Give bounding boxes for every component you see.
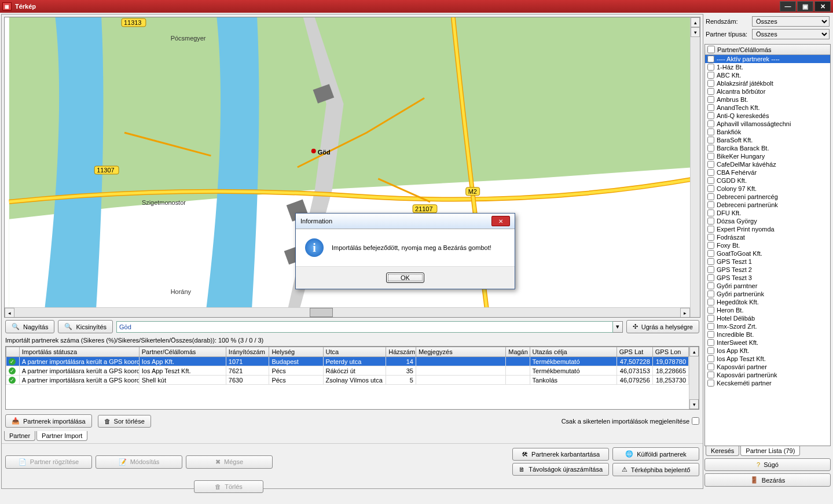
table-row[interactable]: ✓A partner importálásra került a GPS koo…: [6, 366, 689, 376]
grid-header[interactable]: Utazás célja: [530, 347, 617, 357]
partner-checkbox[interactable]: [707, 234, 714, 241]
partner-checkbox[interactable]: [707, 266, 714, 273]
partner-list-item[interactable]: GoatToGoat Kft.: [705, 249, 830, 257]
partner-checkbox[interactable]: [707, 104, 714, 111]
maintain-partners-button[interactable]: 🛠Partnerek karbantartása: [512, 448, 609, 461]
partner-checkbox[interactable]: [707, 120, 714, 127]
close-window-button[interactable]: ✕: [814, 1, 831, 12]
grid-header[interactable]: [6, 347, 20, 357]
partner-checkbox[interactable]: [707, 218, 714, 225]
dialog-close-button[interactable]: ✕: [491, 216, 510, 226]
partner-list-item[interactable]: Expert Print nyomda: [705, 225, 830, 233]
grid-header[interactable]: Utca: [323, 347, 386, 357]
report-map-error-button[interactable]: ⚠Térképhiba bejelentő: [612, 463, 699, 476]
recalc-distances-button[interactable]: 🗎Távolságok újraszámítása: [512, 463, 609, 476]
minimize-button[interactable]: —: [780, 1, 796, 12]
partner-checkbox[interactable]: [707, 72, 714, 79]
table-row[interactable]: ✓A partner importálásra került a GPS koo…: [6, 357, 689, 366]
partner-checkbox[interactable]: [707, 380, 714, 387]
dialog-ok-button[interactable]: OK: [386, 273, 424, 283]
zoom-out-button[interactable]: 🔍 Kicsinyítés: [58, 320, 113, 333]
partner-list-item[interactable]: Ambrus Bt.: [705, 95, 830, 104]
import-partners-button[interactable]: 📥 Partnerek importálása: [5, 414, 92, 428]
partner-checkbox[interactable]: [707, 258, 714, 265]
partner-checkbox[interactable]: [707, 169, 714, 176]
partner-checkbox[interactable]: [707, 209, 714, 216]
partner-checkbox[interactable]: [707, 112, 714, 119]
partner-list-item[interactable]: Kaposvári partnerünk: [705, 371, 830, 379]
grid-scroll-down[interactable]: ▾: [689, 399, 699, 409]
hscroll-thumb[interactable]: [310, 308, 333, 317]
partner-list-item[interactable]: Hotel Délibáb: [705, 314, 830, 322]
partner-list-item[interactable]: Bankfiók: [705, 128, 830, 136]
partner-list-item[interactable]: Ablakzsiráf játékbolt: [705, 79, 830, 87]
maximize-button[interactable]: ▣: [797, 1, 813, 12]
partner-list-item[interactable]: BaraSoft Kft.: [705, 136, 830, 144]
partner-checkbox[interactable]: [707, 339, 714, 346]
partner-list-item[interactable]: ABC Kft.: [705, 71, 830, 79]
foreign-partners-button[interactable]: 🌐Külföldi partnerek: [612, 447, 699, 461]
map-vertical-scrollbar[interactable]: ▴ ▾: [690, 17, 700, 317]
partner-list-item[interactable]: Imx-Szord Zrt.: [705, 322, 830, 330]
partner-checkbox[interactable]: [707, 290, 714, 297]
location-search-input[interactable]: [116, 321, 613, 333]
partner-list-item[interactable]: Ios App Kft.: [705, 347, 830, 355]
partner-list-item[interactable]: 1-Ház Bt.: [705, 63, 830, 71]
partner-checkbox[interactable]: [707, 274, 714, 281]
grid-header[interactable]: Házszám: [386, 347, 416, 357]
partner-list-item[interactable]: Alcantra bőrbútor: [705, 87, 830, 95]
partner-list-item[interactable]: Aphavill villamosságtechni: [705, 120, 830, 128]
partner-checkbox[interactable]: [707, 242, 714, 249]
partner-list-item[interactable]: CGDD Kft.: [705, 176, 830, 185]
delete-row-button[interactable]: 🗑 Sor törlése: [98, 415, 151, 428]
zoom-in-button[interactable]: 🔍 Nagyítás: [5, 320, 54, 333]
partner-list-item[interactable]: Heron Bt.: [705, 306, 830, 314]
search-dropdown-button[interactable]: ▾: [613, 321, 623, 333]
partner-checkbox[interactable]: [707, 226, 714, 233]
partner-checkbox[interactable]: [707, 323, 714, 330]
grid-header[interactable]: GPS Lat: [617, 347, 652, 357]
grid-header[interactable]: GPS Lon: [652, 347, 688, 357]
partner-checkbox[interactable]: [707, 80, 714, 87]
partner-list-item[interactable]: GPS Teszt 2: [705, 266, 830, 274]
partner-list-item[interactable]: Anti-Q kereskedés: [705, 112, 830, 120]
partner-checkbox[interactable]: [707, 153, 714, 160]
only-failed-checkbox[interactable]: [692, 417, 699, 425]
partner-list-item[interactable]: CBA Fehérvár: [705, 168, 830, 176]
partner-list-item[interactable]: Barcika Barack Bt.: [705, 144, 830, 152]
partner-list-item[interactable]: InterSweet Kft.: [705, 339, 830, 347]
grid-vertical-scrollbar[interactable]: ▴ ▾: [689, 347, 699, 409]
scroll-down-button[interactable]: ▾: [691, 27, 700, 37]
partner-list-item[interactable]: Győri partnerünk: [705, 290, 830, 298]
partner-checkbox[interactable]: [707, 161, 714, 168]
scroll-up-button[interactable]: ▴: [691, 17, 700, 27]
grid-scroll-up[interactable]: ▴: [689, 347, 699, 356]
partner-checkbox[interactable]: [707, 315, 714, 322]
partner-checkbox[interactable]: [707, 201, 714, 208]
partner-checkbox[interactable]: [707, 355, 714, 362]
partner-list-header[interactable]: Partner/Célállomás: [705, 45, 830, 55]
partner-list-item[interactable]: Ios App Teszt Kft.: [705, 355, 830, 363]
help-button[interactable]: ?Súgó: [704, 458, 831, 471]
partner-list-item[interactable]: Foxy Bt.: [705, 241, 830, 249]
scroll-left-button[interactable]: ◂: [5, 308, 14, 318]
partner-checkbox[interactable]: [707, 282, 714, 289]
partnertipus-select[interactable]: Összes: [752, 29, 830, 39]
partner-checkbox[interactable]: [707, 371, 714, 378]
scroll-right-button[interactable]: ▸: [680, 308, 690, 318]
partner-checkbox[interactable]: [707, 185, 714, 192]
partner-checkbox[interactable]: [707, 250, 714, 257]
grid-header[interactable]: Megjegyzés: [416, 347, 505, 357]
partner-checkbox[interactable]: [707, 299, 714, 306]
partner-list-item[interactable]: GPS Teszt 3: [705, 274, 830, 282]
partner-checkbox[interactable]: [707, 145, 714, 152]
table-row[interactable]: ✓A partner importálásra került a GPS koo…: [6, 376, 689, 385]
partner-checkbox[interactable]: [707, 347, 714, 354]
partner-list-item[interactable]: Debreceni partnercég: [705, 193, 830, 201]
tab-partner-import[interactable]: Partner Import: [36, 431, 87, 441]
partner-list-item[interactable]: ---- Aktív partnerek ----: [705, 55, 830, 63]
partner-list-item[interactable]: Hegedűtok Kft.: [705, 298, 830, 306]
partner-list-item[interactable]: Debreceni partnerünk: [705, 201, 830, 209]
partner-list-item[interactable]: Incredible Bt.: [705, 330, 830, 339]
jump-to-location-button[interactable]: ✣ Ugrás a helységre: [626, 320, 699, 333]
